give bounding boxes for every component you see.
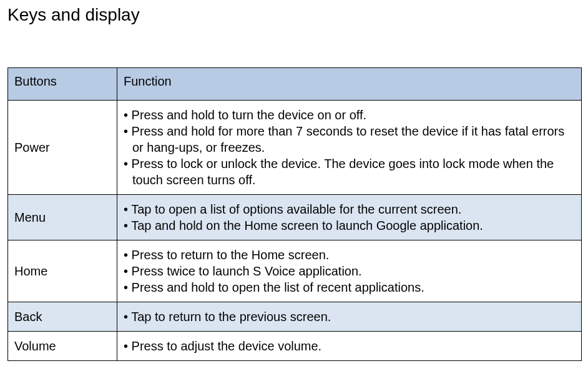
table-row: Menu• Tap to open a list of options avai…	[8, 195, 582, 240]
function-cell: • Tap to open a list of options availabl…	[117, 195, 582, 240]
table-body: Power• Press and hold to turn the device…	[8, 101, 582, 361]
function-bullet: • Press twice to launch S Voice applicat…	[124, 263, 574, 279]
function-bullet: • Tap to return to the previous screen.	[124, 309, 574, 325]
button-name-cell: Back	[8, 302, 117, 332]
keys-table: Buttons Function Power• Press and hold t…	[7, 67, 582, 361]
function-bullet: • Tap and hold on the Home screen to lau…	[124, 217, 574, 234]
button-name-cell: Home	[8, 240, 117, 302]
function-cell: • Press to return to the Home screen.• P…	[117, 240, 582, 302]
button-name-cell: Volume	[8, 332, 117, 361]
table-header-row: Buttons Function	[8, 68, 582, 101]
table-row: Home• Press to return to the Home screen…	[8, 240, 582, 302]
function-bullet: • Press and hold to turn the device on o…	[124, 107, 574, 123]
header-function: Function	[117, 68, 582, 101]
function-cell: • Press to adjust the device volume.	[117, 332, 582, 361]
header-buttons: Buttons	[8, 68, 117, 101]
table-row: Back• Tap to return to the previous scre…	[8, 302, 582, 332]
function-bullet: • Press and hold to open the list of rec…	[124, 279, 574, 295]
function-bullet: • Press to lock or unlock the device. Th…	[124, 156, 574, 188]
function-bullet: • Tap to open a list of options availabl…	[124, 201, 574, 217]
button-name-cell: Menu	[8, 195, 117, 240]
table-row: Power• Press and hold to turn the device…	[8, 101, 582, 195]
function-bullet: • Press and hold for more than 7 seconds…	[124, 123, 574, 156]
function-cell: • Tap to return to the previous screen.	[117, 302, 582, 332]
function-bullet: • Press to adjust the device volume.	[124, 338, 574, 354]
button-name-cell: Power	[8, 101, 117, 195]
table-row: Volume• Press to adjust the device volum…	[8, 332, 582, 361]
function-cell: • Press and hold to turn the device on o…	[117, 101, 582, 195]
function-bullet: • Press to return to the Home screen.	[124, 247, 574, 263]
page-title: Keys and display	[0, 0, 588, 25]
